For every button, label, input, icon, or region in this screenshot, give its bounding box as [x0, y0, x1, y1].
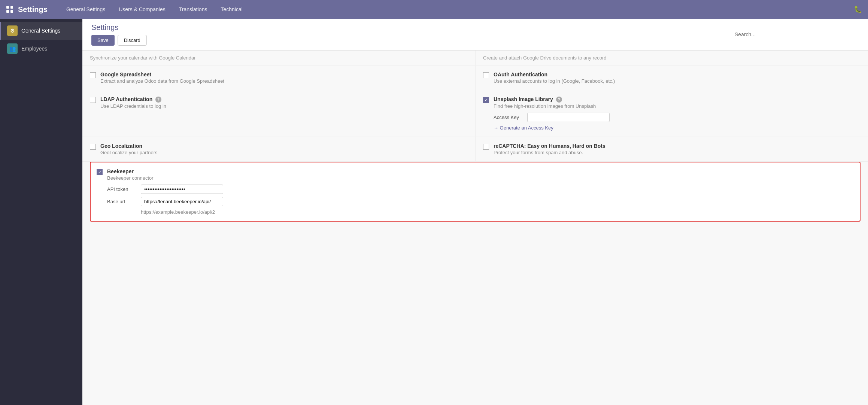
calendar-sync-desc: Synchronize your calendar with Google Ca…: [82, 51, 475, 65]
svg-rect-1: [10, 6, 13, 9]
checkbox-col-geo: [90, 143, 96, 155]
setting-text-recaptcha: reCAPTCHA: Easy on Humans, Hard on Bots …: [494, 143, 861, 155]
checkbox-geo[interactable]: [90, 144, 96, 150]
setting-desc-unsplash: Find free high-resolution images from Un…: [494, 103, 861, 109]
setting-desc-beekeeper: Beekeeper connector: [107, 175, 854, 181]
gear-icon: ⚙: [7, 25, 18, 36]
setting-desc-google-spreadsheet: Extract and analyze Odoo data from Googl…: [100, 78, 468, 84]
setting-geo-localization: Geo Localization GeoLocalize your partne…: [82, 137, 475, 162]
setting-text-beekeeper: Beekeeper Beekeeper connector API token …: [107, 168, 854, 215]
checkbox-col-recaptcha: [483, 143, 489, 155]
sidebar: ⚙ General Settings 👥 Employees: [0, 19, 82, 405]
access-key-label: Access Key: [494, 115, 523, 120]
setting-desc-ldap: Use LDAP credentials to log in: [100, 103, 468, 109]
setting-recaptcha: reCAPTCHA: Easy on Humans, Hard on Bots …: [475, 137, 868, 162]
setting-title-ldap: LDAP Authentication ?: [100, 96, 468, 103]
settings-grid: Google Spreadsheet Extract and analyze O…: [82, 66, 868, 162]
nav-technical[interactable]: Technical: [214, 0, 249, 19]
main-container: ⚙ General Settings 👥 Employees Settings …: [0, 19, 868, 405]
setting-text-ldap: LDAP Authentication ? Use LDAP credentia…: [100, 96, 468, 131]
setting-title-unsplash: Unsplash Image Library ?: [494, 96, 861, 103]
content-area: Settings Save Discard Synchronize your c…: [82, 19, 868, 405]
discard-button[interactable]: Discard: [118, 35, 147, 46]
sidebar-label-employees: Employees: [21, 46, 47, 52]
generate-access-key-link[interactable]: → Generate an Access Key: [494, 125, 861, 131]
svg-rect-3: [10, 10, 13, 13]
checkbox-ldap[interactable]: [90, 97, 96, 103]
page-header-left: Settings Save Discard: [91, 23, 147, 46]
setting-text-oauth: OAuth Authentication Use external accoun…: [494, 71, 861, 84]
unsplash-sub-fields: Access Key → Generate an Access Key: [494, 113, 861, 131]
base-url-input[interactable]: [141, 197, 223, 206]
topbar-right: 🐛: [854, 5, 862, 13]
api-token-row: API token: [107, 185, 854, 194]
google-drive-desc: Create and attach Google Drive documents…: [475, 51, 868, 65]
nav-translations[interactable]: Translations: [172, 0, 214, 19]
unsplash-help-icon[interactable]: ?: [556, 97, 562, 103]
svg-rect-0: [6, 6, 9, 9]
nav-users-companies[interactable]: Users & Companies: [112, 0, 172, 19]
app-title: Settings: [18, 5, 48, 14]
base-url-label: Base url: [107, 199, 137, 204]
grid-icon[interactable]: [6, 6, 13, 13]
setting-desc-geo: GeoLocalize your partners: [100, 150, 468, 155]
page-title: Settings: [91, 23, 147, 32]
setting-desc-oauth: Use external accounts to log in (Google,…: [494, 78, 861, 84]
checkbox-col-ldap: [90, 96, 96, 131]
svg-rect-2: [6, 10, 9, 13]
checkbox-beekeeper[interactable]: [97, 169, 103, 175]
setting-text-geo: Geo Localization GeoLocalize your partne…: [100, 143, 468, 155]
api-token-input[interactable]: [141, 185, 223, 194]
access-key-input[interactable]: [527, 113, 610, 122]
checkbox-col: [90, 71, 96, 84]
beekeeper-sub-fields: API token Base url https://example.beeke…: [107, 185, 854, 215]
api-token-label: API token: [107, 186, 137, 192]
sidebar-item-general-settings[interactable]: ⚙ General Settings: [0, 22, 82, 40]
setting-title-google-spreadsheet: Google Spreadsheet: [100, 71, 468, 77]
setting-ldap: LDAP Authentication ? Use LDAP credentia…: [82, 90, 475, 137]
people-icon: 👥: [7, 43, 18, 54]
setting-title-recaptcha: reCAPTCHA: Easy on Humans, Hard on Bots: [494, 143, 861, 149]
setting-google-spreadsheet: Google Spreadsheet Extract and analyze O…: [82, 66, 475, 90]
checkbox-google-spreadsheet[interactable]: [90, 72, 96, 78]
search-input[interactable]: [732, 30, 859, 39]
checkbox-col-oauth: [483, 71, 489, 84]
settings-content: Synchronize your calendar with Google Ca…: [82, 51, 868, 222]
setting-text-unsplash: Unsplash Image Library ? Find free high-…: [494, 96, 861, 131]
ldap-help-icon[interactable]: ?: [155, 97, 161, 103]
base-url-hint: https://example.beekeeper.io/api/2: [141, 209, 854, 215]
checkbox-unsplash[interactable]: [483, 97, 489, 103]
topbar: Settings General Settings Users & Compan…: [0, 0, 868, 19]
setting-text-google-spreadsheet: Google Spreadsheet Extract and analyze O…: [100, 71, 468, 84]
setting-title-beekeeper: Beekeeper: [107, 168, 854, 174]
search-container: [732, 30, 859, 39]
sidebar-label-general-settings: General Settings: [21, 28, 60, 34]
checkbox-col-beekeeper: [97, 168, 103, 215]
setting-unsplash: Unsplash Image Library ? Find free high-…: [475, 90, 868, 137]
beekeeper-section: Beekeeper Beekeeper connector API token …: [90, 162, 861, 222]
base-url-row: Base url: [107, 197, 854, 206]
checkbox-recaptcha[interactable]: [483, 144, 489, 150]
top-desc-row: Synchronize your calendar with Google Ca…: [82, 51, 868, 66]
nav-general-settings[interactable]: General Settings: [60, 0, 112, 19]
access-key-row: Access Key: [494, 113, 861, 122]
checkbox-col-unsplash: [483, 96, 489, 131]
save-button[interactable]: Save: [91, 35, 115, 46]
page-header-actions: Save Discard: [91, 35, 147, 46]
checkbox-oauth[interactable]: [483, 72, 489, 78]
sidebar-item-employees[interactable]: 👥 Employees: [0, 40, 82, 58]
setting-title-geo: Geo Localization: [100, 143, 468, 149]
setting-title-oauth: OAuth Authentication: [494, 71, 861, 77]
setting-desc-recaptcha: Protect your forms from spam and abuse.: [494, 150, 861, 155]
setting-oauth: OAuth Authentication Use external accoun…: [475, 66, 868, 90]
debug-icon[interactable]: 🐛: [854, 5, 862, 13]
page-header: Settings Save Discard: [82, 19, 868, 51]
top-nav: General Settings Users & Companies Trans…: [60, 0, 854, 19]
